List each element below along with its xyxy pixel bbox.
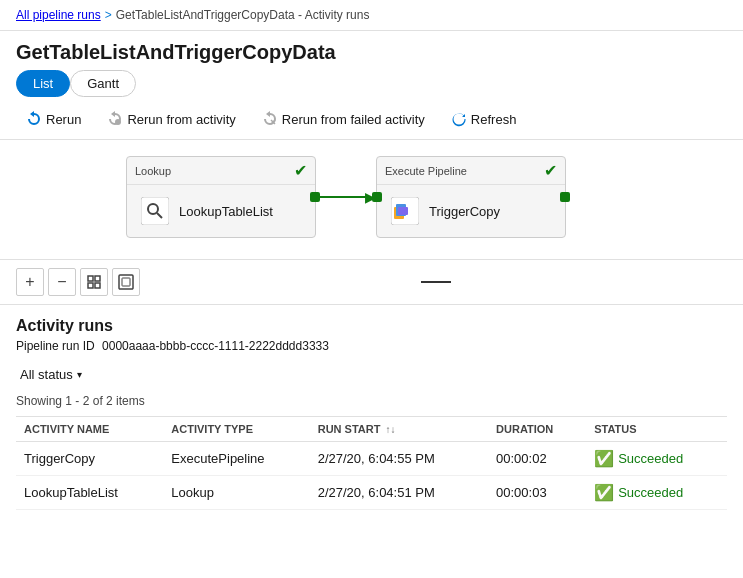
row1-activity-type: ExecutePipeline [163,442,309,476]
svg-rect-1 [141,197,169,225]
svg-rect-11 [95,276,100,281]
toolbar: Rerun Rerun from activity Rerun from fai… [0,101,743,140]
activity-runs-title: Activity runs [16,317,727,335]
zoom-in-button[interactable]: + [16,268,44,296]
rerun-from-activity-label: Rerun from activity [127,112,235,127]
rerun-icon [26,111,42,127]
pipeline-node-lookup[interactable]: Lookup ✔ LookupTableList [126,156,316,238]
node-body-lookup: LookupTableList [127,185,315,237]
node-type-lookup: Lookup [135,165,171,177]
rerun-from-activity-icon [107,111,123,127]
showing-text: Showing 1 - 2 of 2 items [16,394,727,408]
node-label-lookup: LookupTableList [179,204,273,219]
zoom-fit-icon [86,274,102,290]
svg-rect-8 [88,276,93,281]
breadcrumb-current: GetTableListAndTriggerCopyData - Activit… [116,8,370,22]
filter-row: All status ▾ [16,361,727,388]
fit-view-button[interactable] [112,268,140,296]
refresh-button[interactable]: Refresh [441,107,527,131]
node-type-execute: Execute Pipeline [385,165,467,177]
breadcrumb-all-runs[interactable]: All pipeline runs [16,8,101,22]
row2-activity-name: LookupTableList [16,476,163,510]
table-header-row: ACTIVITY NAME ACTIVITY TYPE RUN START ↑↓… [16,417,727,442]
svg-point-0 [115,119,121,125]
refresh-label: Refresh [471,112,517,127]
node-port-right-execute [560,192,570,202]
row1-status: ✅ Succeeded [586,442,727,476]
rerun-label: Rerun [46,112,81,127]
svg-rect-13 [122,278,130,286]
svg-rect-12 [119,275,133,289]
rerun-from-failed-label: Rerun from failed activity [282,112,425,127]
row2-duration: 00:00:03 [488,476,586,510]
table-row: TriggerCopy ExecutePipeline 2/27/20, 6:0… [16,442,727,476]
activity-runs-section: Activity runs Pipeline run ID 0000aaaa-b… [0,305,743,510]
row2-status: ✅ Succeeded [586,476,727,510]
rerun-from-failed-button[interactable]: Rerun from failed activity [252,107,435,131]
node-label-execute: TriggerCopy [429,204,500,219]
breadcrumb: All pipeline runs > GetTableListAndTrigg… [0,0,743,31]
col-status: STATUS [586,417,727,442]
col-activity-name: ACTIVITY NAME [16,417,163,442]
pipeline-node-execute[interactable]: Execute Pipeline ✔ TriggerCopy [376,156,566,238]
zoom-controls: + − [0,260,743,305]
filter-label: All status [20,367,73,382]
rerun-from-activity-button[interactable]: Rerun from activity [97,107,245,131]
row2-activity-type: Lookup [163,476,309,510]
node-port-right-lookup [310,192,320,202]
lookup-icon [139,195,171,227]
chevron-down-icon: ▾ [77,369,82,380]
execute-pipeline-icon [389,195,421,227]
row1-duration: 00:00:02 [488,442,586,476]
node-body-execute: TriggerCopy [377,185,565,237]
node-header-lookup: Lookup ✔ [127,157,315,185]
sort-icon[interactable]: ↑↓ [386,424,396,435]
rerun-from-failed-icon [262,111,278,127]
pipeline-canvas: Lookup ✔ LookupTableList ▶ [0,140,743,260]
svg-rect-9 [95,283,100,288]
tab-list[interactable]: List [16,70,70,97]
status-success: ✅ Succeeded [594,483,719,502]
rerun-button[interactable]: Rerun [16,107,91,131]
fit-view-icon [118,274,134,290]
separator-line [144,281,727,283]
node-header-execute: Execute Pipeline ✔ [377,157,565,185]
page-title: GetTableListAndTriggerCopyData [0,31,743,70]
row1-run-start: 2/27/20, 6:04:55 PM [310,442,488,476]
row1-activity-name: TriggerCopy [16,442,163,476]
tab-gantt[interactable]: Gantt [70,70,136,97]
breadcrumb-separator: > [105,8,112,22]
zoom-out-button[interactable]: − [48,268,76,296]
node-check-lookup: ✔ [294,161,307,180]
col-run-start: RUN START ↑↓ [310,417,488,442]
svg-rect-10 [88,283,93,288]
node-port-left-execute [372,192,382,202]
pipeline-nodes: Lookup ✔ LookupTableList ▶ [16,156,727,238]
activity-runs-table: ACTIVITY NAME ACTIVITY TYPE RUN START ↑↓… [16,416,727,510]
success-icon: ✅ [594,449,614,468]
tab-group: List Gantt [0,70,743,97]
zoom-fit-button[interactable] [80,268,108,296]
svg-rect-7 [398,207,408,215]
pipeline-run-id-label: Pipeline run ID [16,339,95,353]
refresh-icon [451,111,467,127]
success-icon: ✅ [594,483,614,502]
row2-run-start: 2/27/20, 6:04:51 PM [310,476,488,510]
col-duration: DURATION [488,417,586,442]
pipeline-run-id: Pipeline run ID 0000aaaa-bbbb-cccc-1111-… [16,339,727,353]
arrow-connector: ▶ [316,189,376,205]
arrow-line [316,196,367,198]
col-activity-type: ACTIVITY TYPE [163,417,309,442]
pipeline-run-id-value: 0000aaaa-bbbb-cccc-1111-2222dddd3333 [102,339,329,353]
table-row: LookupTableList Lookup 2/27/20, 6:04:51 … [16,476,727,510]
status-filter-button[interactable]: All status ▾ [16,365,86,384]
status-success: ✅ Succeeded [594,449,719,468]
node-check-execute: ✔ [544,161,557,180]
